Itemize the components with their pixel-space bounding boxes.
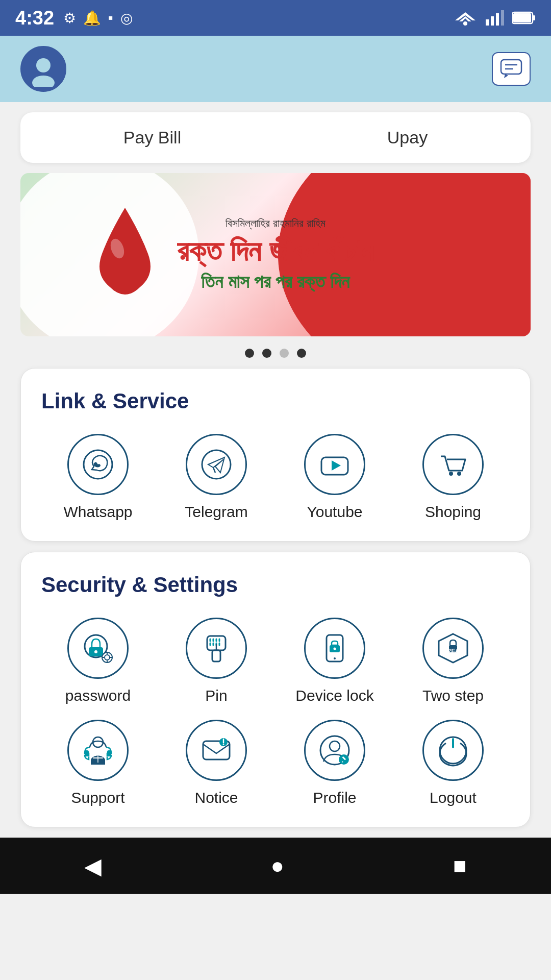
notice-label: Notice [194,789,238,806]
signal-icon [486,10,504,26]
whatsapp-icon-circle [67,434,129,495]
svg-point-10 [36,58,51,72]
telegram-item[interactable]: Telegram [160,434,273,521]
telegram-icon-circle [186,434,247,495]
notice-icon [198,732,235,769]
support-item[interactable]: Support [41,720,155,806]
svg-point-11 [32,76,55,87]
dot-2[interactable] [262,349,271,358]
logout-icon [435,732,471,769]
pin-label: Pin [205,687,227,704]
whatsapp-item[interactable]: Whatsapp [41,434,155,521]
svg-rect-3 [486,19,489,26]
whatsapp-icon [81,447,115,482]
upay-button[interactable]: Upay [387,128,428,148]
device-lock-item[interactable]: Device lock [278,618,391,704]
shopping-label: Shoping [425,503,481,521]
svg-point-55 [339,754,349,765]
pin-item[interactable]: Pin [160,618,273,704]
status-icons: ⚙ 🔔 ▪ ◎ [63,10,133,27]
security-settings-grid: password Pin [41,618,510,806]
banner-dots [0,349,551,358]
svg-rect-6 [501,10,504,26]
status-left: 4:32 ⚙ 🔔 ▪ ◎ [15,7,133,29]
svg-point-39 [334,648,336,650]
svg-rect-46 [107,750,111,756]
svg-marker-19 [208,457,224,473]
svg-point-2 [463,21,467,26]
chat-button[interactable] [492,52,531,86]
svg-rect-35 [212,650,220,662]
svg-text:2FA: 2FA [447,647,460,655]
svg-point-24 [457,472,461,476]
two-step-icon: 2FA [435,630,471,667]
svg-line-20 [213,468,215,473]
password-icon-circle [67,618,129,679]
profile-label: Profile [313,789,356,806]
shopping-icon-circle [422,434,484,495]
svg-rect-9 [513,13,531,22]
bottom-navigation: ◀ ● ■ [0,838,551,894]
password-item[interactable]: password [41,618,155,704]
youtube-item[interactable]: Youtube [278,434,391,521]
pay-bill-button[interactable]: Pay Bill [123,128,181,148]
profile-item[interactable]: Profile [278,720,391,806]
logout-label: Logout [430,789,477,806]
recent-button[interactable]: ■ [453,853,467,878]
back-button[interactable]: ◀ [84,853,102,879]
status-bar: 4:32 ⚙ 🔔 ▪ ◎ [0,0,551,36]
svg-point-52 [223,744,224,745]
telegram-icon [199,447,234,482]
two-step-item[interactable]: 2FA Two step [396,618,510,704]
app-header [0,36,551,102]
svg-point-27 [94,650,97,653]
svg-rect-12 [501,60,521,74]
youtube-icon [317,447,352,482]
dot-1[interactable] [245,349,254,358]
svg-rect-8 [533,15,535,20]
shopping-icon [436,447,470,482]
svg-rect-4 [491,16,494,26]
pin-icon [198,630,235,667]
password-icon [80,630,116,667]
support-label: Support [71,789,124,806]
square-status-icon: ▪ [108,10,113,26]
link-service-grid: Whatsapp Telegram Youtube [41,434,510,521]
security-settings-section: Security & Settings passwor [20,552,531,827]
security-settings-title: Security & Settings [41,573,510,597]
circle-status-icon: ◎ [120,10,133,27]
status-right [453,10,536,26]
support-icon-circle [67,720,129,781]
youtube-label: Youtube [307,503,362,521]
svg-point-23 [449,472,453,476]
settings-status-icon: ⚙ [63,10,76,27]
quick-actions: Pay Bill Upay [20,112,531,163]
dot-3[interactable] [280,349,289,358]
notice-icon-circle [186,720,247,781]
svg-rect-5 [496,13,499,26]
battery-icon [512,10,536,26]
svg-point-40 [334,657,336,659]
notice-item[interactable]: Notice [160,720,273,806]
wifi-icon [453,10,478,26]
svg-point-54 [330,741,340,751]
device-lock-icon-circle [304,618,365,679]
home-button[interactable]: ● [270,853,284,878]
status-time: 4:32 [15,7,54,29]
whatsapp-label: Whatsapp [63,503,132,521]
two-step-label: Two step [422,687,484,704]
svg-marker-22 [332,460,341,471]
logout-item[interactable]: Logout [396,720,510,806]
shopping-item[interactable]: Shoping [396,434,510,521]
youtube-icon-circle [304,434,365,495]
avatar[interactable] [20,46,66,92]
device-lock-icon [316,630,353,667]
profile-icon [316,732,353,769]
svg-rect-45 [85,750,89,756]
device-lock-label: Device lock [295,687,373,704]
link-service-title: Link & Service [41,389,510,413]
notification-status-icon: 🔔 [83,10,101,27]
two-step-icon-circle: 2FA [422,618,484,679]
logout-icon-circle [422,720,484,781]
dot-4[interactable] [297,349,306,358]
